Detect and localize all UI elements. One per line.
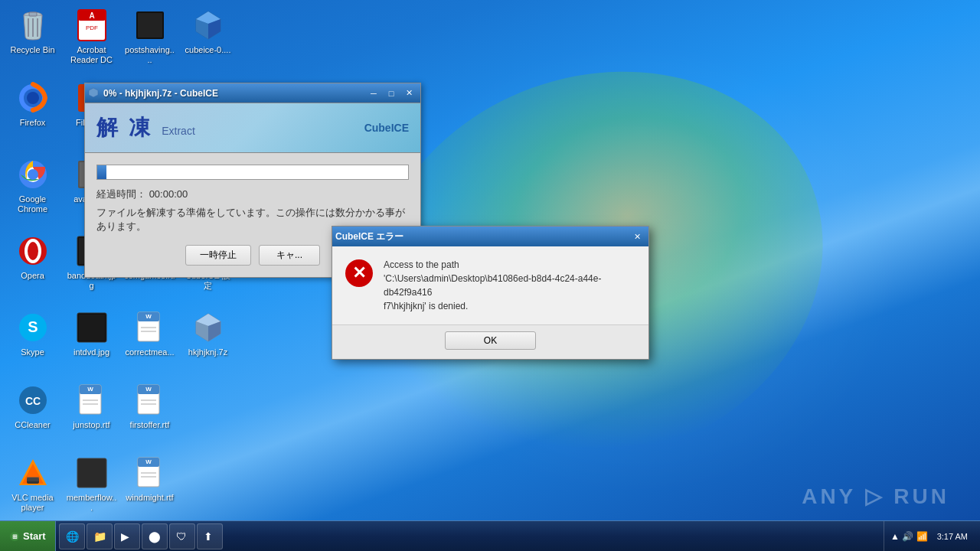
- system-tray: ▲ 🔊 📶: [890, 531, 928, 542]
- desktop-icon-postshaving[interactable]: postshaving....: [121, 4, 178, 68]
- taskbar-item-chrome[interactable]: ⬤: [142, 523, 168, 549]
- acrobat-label: Acrobat Reader DC: [66, 45, 117, 65]
- firstoffer-icon: W: [132, 382, 168, 419]
- correctmea-icon: W: [132, 309, 168, 346]
- hkjhjknj-label: hkjhjknj.7z: [188, 347, 227, 357]
- svg-text:W: W: [87, 386, 93, 393]
- memberflow-icon: [74, 455, 110, 491]
- minimize-button[interactable]: ─: [365, 86, 382, 101]
- elapsed-value: 00:00:00: [149, 188, 188, 200]
- media-icon: ▶: [121, 530, 133, 543]
- intdvd-label: intdvd.jpg: [74, 347, 109, 357]
- error-line1: Access to the path: [384, 259, 459, 270]
- error-line2: 'C:\Users\admin\Desktop\b41086ed-b8d4-4c…: [384, 273, 601, 298]
- cancel-button[interactable]: キャ...: [259, 245, 320, 266]
- taskbar-item-norton[interactable]: 🛡: [169, 523, 195, 549]
- desktop-icon-recycle-bin[interactable]: Recycle Bin: [4, 4, 61, 58]
- skype-icon: S: [15, 309, 51, 346]
- postshaving-label: postshaving....: [124, 45, 175, 65]
- anyrun-watermark: ANY ▷ RUN: [802, 484, 949, 509]
- error-dialog-titlebar[interactable]: CubeICE エラー ✕: [332, 227, 648, 246]
- error-dialog-title: CubeICE エラー: [335, 230, 629, 243]
- ccleaner-icon: CC: [15, 382, 51, 419]
- error-icon: ✕: [344, 258, 374, 292]
- start-orb-icon: ⊞: [9, 531, 20, 542]
- desktop-icon-memberflow[interactable]: memberflow...: [63, 452, 120, 516]
- desktop: Recycle Bin A PDF Acrobat Reader DC post…: [0, 0, 980, 551]
- intdvd-icon: [74, 309, 110, 346]
- hkjhjknj-icon: [190, 309, 227, 346]
- system-clock[interactable]: 3:17 AM: [931, 532, 974, 541]
- desktop-icon-skype[interactable]: S Skype: [4, 306, 61, 360]
- vlc-icon: [15, 455, 51, 491]
- desktop-icon-cubeice[interactable]: cubeice-0....: [179, 4, 237, 58]
- system-tray-area: ▲ 🔊 📶 3:17 AM: [884, 521, 980, 551]
- desktop-icon-junstop[interactable]: W junstop.rtf: [63, 379, 120, 433]
- svg-text:✕: ✕: [352, 263, 366, 282]
- cubeice-kanji: 解 凍: [96, 116, 152, 139]
- svg-marker-80: [89, 88, 98, 97]
- norton-icon: 🛡: [176, 530, 188, 543]
- junstop-label: junstop.rtf: [73, 420, 109, 430]
- error-message: Access to the path 'C:\Users\admin\Deskt…: [384, 258, 637, 313]
- taskbar: ⊞ Start 🌐 📁 ▶ ⬤ 🛡: [0, 520, 980, 551]
- explorer-icon: 📁: [93, 530, 106, 543]
- desktop-icon-windmight[interactable]: W windmight.rtf: [121, 452, 178, 506]
- svg-rect-46: [79, 315, 105, 341]
- windmight-icon: W: [132, 455, 168, 491]
- vlc-label: VLC media player: [7, 493, 58, 513]
- close-button[interactable]: ✕: [400, 86, 417, 101]
- error-line3: f7\hkjhjknj' is denied.: [384, 301, 468, 311]
- taskbar-item-explorer[interactable]: 📁: [87, 523, 113, 549]
- error-dialog-close[interactable]: ✕: [629, 229, 645, 244]
- svg-text:W: W: [145, 458, 152, 465]
- svg-rect-10: [138, 13, 162, 37]
- svg-text:CC: CC: [24, 395, 40, 407]
- taskbar-item-ie[interactable]: 🌐: [59, 523, 85, 549]
- cubeice-titlebar[interactable]: 0% - hkjhjknj.7z - CubeICE ─ □ ✕: [85, 83, 420, 103]
- desktop-icon-chrome[interactable]: Google Chrome: [4, 153, 61, 217]
- desktop-icon-firstoffer[interactable]: W firstoffer.rtf: [121, 379, 178, 433]
- svg-rect-4: [29, 12, 37, 16]
- acrobat-icon: A PDF: [74, 7, 110, 44]
- desktop-icon-intdvd[interactable]: intdvd.jpg: [63, 306, 120, 360]
- taskbar-item-media[interactable]: ▶: [114, 523, 140, 549]
- desktop-icon-hkjhjknj[interactable]: hkjhjknj.7z: [179, 306, 237, 360]
- svg-rect-74: [77, 458, 106, 487]
- cubeice-label: cubeice-0....: [185, 45, 231, 55]
- chrome-icon: [15, 156, 51, 193]
- recycle-bin-icon: [15, 7, 51, 44]
- chrome-taskbar-icon: ⬤: [149, 530, 161, 543]
- cubeice-icon: [190, 7, 227, 44]
- maximize-button[interactable]: □: [383, 86, 400, 101]
- windmight-label: windmight.rtf: [126, 493, 173, 503]
- firstoffer-label: firstoffer.rtf: [130, 420, 170, 430]
- opera-label: Opera: [21, 271, 44, 281]
- recycle-bin-label: Recycle Bin: [10, 45, 54, 55]
- desktop-icon-vlc[interactable]: VLC media player: [4, 452, 61, 516]
- svg-text:W: W: [145, 386, 152, 393]
- start-button[interactable]: ⊞ Start: [0, 521, 56, 552]
- window-controls: ─ □ ✕: [365, 86, 417, 101]
- desktop-icon-correctmea[interactable]: W correctmea...: [121, 306, 178, 360]
- ccleaner-label: CCleaner: [15, 420, 50, 430]
- firefox-label: Firefox: [20, 118, 46, 128]
- anyrun-text: ANY ▷ RUN: [802, 484, 949, 509]
- junstop-icon: W: [74, 382, 110, 419]
- desktop-icon-ccleaner[interactable]: CC CCleaner: [4, 379, 61, 433]
- progress-bar-container: [96, 165, 409, 180]
- cubeice-extract-label: Extract: [162, 125, 195, 137]
- desktop-icon-firefox[interactable]: Firefox: [4, 77, 61, 131]
- taskbar-items-area: 🌐 📁 ▶ ⬤ 🛡 ⬆: [56, 523, 884, 549]
- desktop-icon-opera[interactable]: Opera: [4, 230, 61, 284]
- ie-icon: 🌐: [66, 530, 78, 543]
- progress-bar-fill: [97, 165, 106, 179]
- pause-button[interactable]: 一時停止: [185, 245, 251, 266]
- ok-button[interactable]: OK: [445, 331, 536, 350]
- svg-text:A: A: [89, 11, 94, 20]
- tray-icons: ▲ 🔊 📶: [890, 531, 928, 542]
- taskbar-item-upload[interactable]: ⬆: [197, 523, 223, 549]
- clock-time: 3:17 AM: [937, 532, 968, 541]
- elapsed-time: 経過時間： 00:00:00: [96, 187, 409, 201]
- desktop-icon-acrobat[interactable]: A PDF Acrobat Reader DC: [63, 4, 120, 68]
